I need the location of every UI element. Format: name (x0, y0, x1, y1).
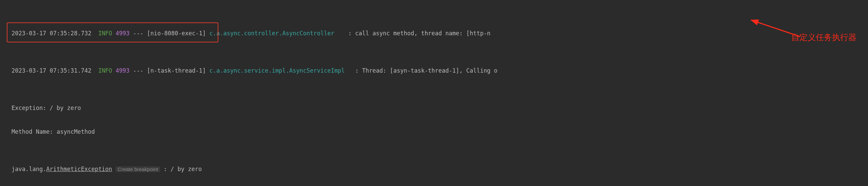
exception-method: Method Name: asyncMethod (0, 128, 868, 138)
exception-suffix: : / by zero (160, 166, 202, 172)
log-colon: : (348, 30, 352, 37)
log-pid: 4993 (116, 67, 130, 74)
log-thread: [nio-8080-exec-1] (147, 30, 206, 37)
log-level: INFO (98, 30, 112, 37)
exception-summary: Exception: / by zero (0, 105, 868, 115)
log-line: 2023-03-17 07:35:28.732 INFO 4993 --- [n… (0, 30, 868, 40)
log-logger: c.a.async.controller.AsyncController (210, 30, 334, 37)
exception-class-line: java.lang.ArithmeticException Create bre… (0, 166, 868, 176)
log-colon: : (355, 67, 358, 74)
exception-text: Exception: / by zero (12, 105, 81, 111)
log-level: INFO (98, 67, 112, 74)
log-separator: --- (133, 30, 143, 37)
log-thread: [n-task-thread-1] (147, 67, 206, 74)
create-breakpoint-button[interactable]: Create breakpoint (116, 166, 160, 172)
exception-class-link[interactable]: ArithmeticException (46, 166, 112, 172)
log-timestamp: 2023-03-17 07:35:28.732 (12, 30, 91, 37)
exception-method-text: Method Name: asyncMethod (12, 128, 95, 135)
exception-package: java.lang. (12, 166, 46, 172)
log-line: 2023-03-17 07:35:31.742 INFO 4993 --- [n… (0, 67, 868, 77)
log-logger: c.a.async.service.impl.AsyncServiceImpl (210, 67, 345, 74)
console-output: 2023-03-17 07:35:28.732 INFO 4993 --- [n… (0, 0, 868, 186)
log-separator: --- (133, 67, 143, 74)
log-message: Thread: [asyn-task-thread-1], Calling o (362, 67, 497, 74)
log-pid: 4993 (116, 30, 130, 37)
log-timestamp: 2023-03-17 07:35:31.742 (12, 67, 91, 74)
log-message: call async method, thread name: [http-n (355, 30, 490, 37)
